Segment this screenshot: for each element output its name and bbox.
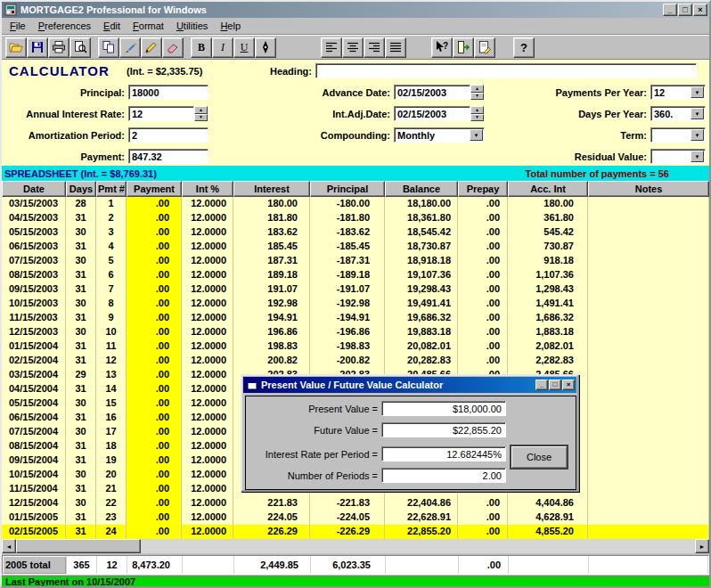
cell-acc-int[interactable]: 4,404.86	[508, 496, 588, 510]
cell-days[interactable]: 31	[66, 268, 96, 282]
cell-days[interactable]: 30	[66, 496, 96, 510]
cell-principal[interactable]: -221.83	[310, 496, 385, 510]
number-of-periods-input[interactable]	[381, 468, 506, 483]
minimize-button[interactable]: _	[663, 4, 677, 16]
residual-value-select[interactable]: ▼	[650, 149, 706, 164]
cell-notes[interactable]	[588, 439, 709, 453]
menu-file[interactable]: File	[4, 19, 32, 33]
pencil-button[interactable]	[141, 37, 162, 58]
cell-principal[interactable]: -191.07	[310, 282, 385, 297]
cell-balance[interactable]: 22,855.20	[385, 525, 458, 539]
edit-notes-button[interactable]	[474, 37, 495, 58]
cell-pmt-number[interactable]: 18	[96, 439, 127, 453]
col-header-payment[interactable]: Payment	[127, 181, 182, 197]
cell-notes[interactable]	[588, 297, 709, 311]
cell-notes[interactable]	[588, 482, 709, 496]
cell-principal[interactable]: -198.83	[310, 339, 385, 354]
col-header-accint[interactable]: Acc. Int	[508, 181, 588, 197]
cell-days[interactable]: 31	[66, 282, 96, 297]
cell-notes[interactable]	[588, 496, 709, 510]
annual-interest-rate-spin-down[interactable]: ▼	[194, 114, 208, 122]
advance-date-input[interactable]	[394, 85, 470, 100]
cell-notes[interactable]	[588, 268, 709, 282]
cell-date[interactable]: 09/15/2003	[2, 282, 66, 297]
cell-notes[interactable]	[588, 325, 709, 339]
cell-date[interactable]: 12/15/2003	[2, 325, 66, 339]
cell-principal[interactable]: -181.80	[310, 211, 385, 225]
cell-pmt-number[interactable]: 22	[96, 496, 127, 510]
cell-int-pct[interactable]: 12.0000	[182, 354, 233, 368]
cell-days[interactable]: 31	[66, 439, 96, 453]
col-header-intpct[interactable]: Int %	[182, 181, 233, 197]
cell-balance[interactable]: 18,180.00	[385, 197, 458, 211]
cell-payment[interactable]: .00	[127, 396, 182, 411]
cell-int-pct[interactable]: 12.0000	[182, 425, 233, 439]
cell-interest[interactable]: 191.07	[233, 282, 310, 297]
cell-prepay[interactable]: .00	[458, 240, 508, 254]
cell-pmt-number[interactable]: 15	[96, 396, 127, 411]
cell-acc-int[interactable]: 361.80	[508, 211, 588, 225]
menu-help[interactable]: Help	[214, 19, 247, 33]
cell-balance[interactable]: 20,082.01	[385, 339, 458, 354]
cell-days[interactable]: 31	[66, 382, 96, 396]
cell-principal[interactable]: -185.45	[310, 240, 385, 254]
cell-interest[interactable]: 189.18	[233, 268, 310, 282]
underline-button[interactable]: U	[233, 37, 255, 58]
cell-days[interactable]: 30	[66, 468, 96, 482]
cell-notes[interactable]	[588, 240, 709, 254]
bold-button[interactable]: B	[191, 37, 212, 58]
advance-date-spin-up[interactable]: ▲	[470, 85, 484, 93]
col-header-principal[interactable]: Principal	[310, 181, 385, 197]
cell-days[interactable]: 31	[66, 339, 96, 354]
payments-per-year-select[interactable]: 12 ▼	[650, 85, 706, 100]
cell-prepay[interactable]: .00	[458, 496, 508, 510]
cell-notes[interactable]	[588, 396, 709, 411]
cell-pmt-number[interactable]: 23	[96, 510, 127, 525]
cell-pmt-number[interactable]: 14	[96, 382, 127, 396]
cell-prepay[interactable]: .00	[458, 510, 508, 525]
cell-principal[interactable]: -196.86	[310, 325, 385, 339]
cell-date[interactable]: 02/15/2005	[2, 525, 66, 539]
cell-int-pct[interactable]: 12.0000	[182, 268, 233, 282]
cell-notes[interactable]	[588, 382, 709, 396]
payment-input[interactable]	[128, 149, 208, 164]
days-per-year-select[interactable]: 360. ▼	[650, 106, 706, 121]
cell-date[interactable]: 07/15/2004	[2, 425, 66, 439]
cell-pmt-number[interactable]: 13	[96, 368, 127, 382]
cell-pmt-number[interactable]: 19	[96, 453, 127, 468]
cell-notes[interactable]	[588, 453, 709, 468]
scroll-track[interactable]	[141, 539, 695, 553]
cell-int-pct[interactable]: 12.0000	[182, 311, 233, 325]
cell-date[interactable]: 09/15/2004	[2, 453, 66, 468]
cell-date[interactable]: 11/15/2004	[2, 482, 66, 496]
align-right-button[interactable]	[364, 37, 385, 58]
amortization-period-input[interactable]	[128, 127, 208, 143]
cell-notes[interactable]	[588, 354, 709, 368]
cell-date[interactable]: 05/15/2003	[2, 225, 66, 240]
cell-notes[interactable]	[588, 411, 709, 425]
cell-interest[interactable]: 196.86	[233, 325, 310, 339]
cell-payment[interactable]: .00	[127, 254, 182, 268]
int-adj-date-input[interactable]	[394, 106, 470, 121]
cell-prepay[interactable]: .00	[458, 297, 508, 311]
cell-balance[interactable]: 18,545.42	[385, 225, 458, 240]
cell-pmt-number[interactable]: 1	[96, 197, 127, 211]
scroll-right-button[interactable]: ►	[695, 539, 709, 553]
cell-principal[interactable]: -180.00	[310, 197, 385, 211]
cell-payment[interactable]: .00	[127, 425, 182, 439]
cell-int-pct[interactable]: 12.0000	[182, 211, 233, 225]
scroll-left-button[interactable]: ◄	[2, 539, 16, 553]
chevron-down-icon[interactable]: ▼	[470, 129, 483, 141]
dialog-maximize-button[interactable]: □	[549, 380, 561, 390]
cell-days[interactable]: 31	[66, 453, 96, 468]
cell-pmt-number[interactable]: 4	[96, 240, 127, 254]
cell-interest[interactable]: 187.31	[233, 254, 310, 268]
cell-acc-int[interactable]: 1,107.36	[508, 268, 588, 282]
cell-pmt-number[interactable]: 24	[96, 525, 127, 539]
cell-int-pct[interactable]: 12.0000	[182, 339, 233, 354]
col-header-prepay[interactable]: Prepay	[458, 181, 508, 197]
pen-button[interactable]	[255, 37, 276, 58]
cell-prepay[interactable]: .00	[458, 254, 508, 268]
cell-days[interactable]: 31	[66, 525, 96, 539]
cell-days[interactable]: 30	[66, 325, 96, 339]
